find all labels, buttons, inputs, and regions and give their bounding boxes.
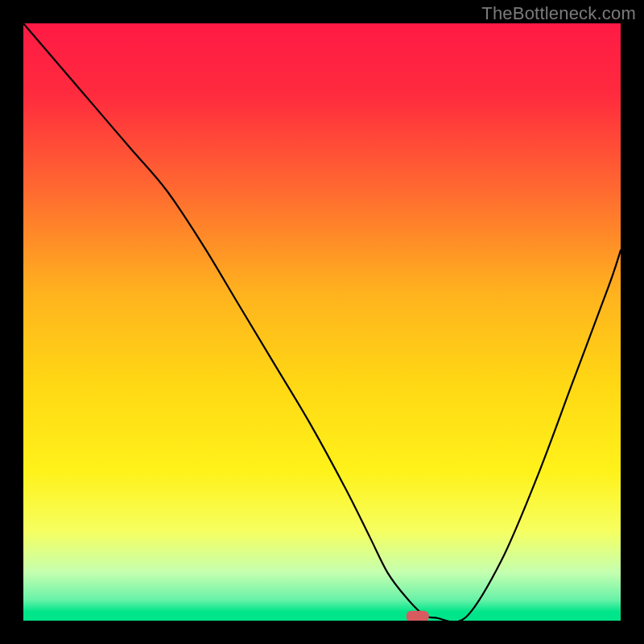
watermark-label: TheBottleneck.com — [481, 3, 636, 24]
bottleneck-chart — [23, 23, 621, 621]
chart-frame: TheBottleneck.com — [0, 0, 644, 644]
optimal-marker — [407, 611, 429, 621]
gradient-fill — [23, 23, 621, 621]
